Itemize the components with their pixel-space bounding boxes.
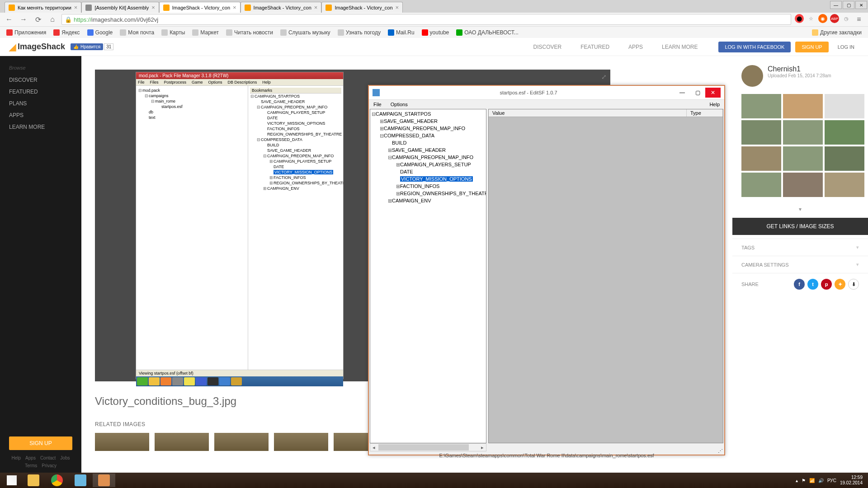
maximize-button[interactable]: ▢ [690,88,705,98]
grid-col-type[interactable]: Type [687,109,723,117]
bookmark-star-icon[interactable]: ☆ [807,14,816,23]
volume-icon[interactable]: 🔊 [818,478,824,483]
login-facebook-button[interactable]: LOG IN WITH FACEBOOK [718,42,791,52]
forward-button[interactable]: → [18,14,29,25]
grid-col-value[interactable]: Value [489,109,687,117]
thumb[interactable] [741,146,781,171]
editsf-titlebar[interactable]: startpos.esf - EditSF 1.0.7 — ▢ ✕ [369,86,724,100]
menu-file[interactable]: File [373,102,382,107]
thumb[interactable] [783,173,823,197]
footer-link[interactable]: Apps [25,455,36,460]
browser-tab[interactable]: Как менять территории× [5,2,81,13]
scroll-thumb[interactable] [378,444,469,450]
reload-button[interactable]: ⟳ [33,14,43,25]
footer-link[interactable]: Help [12,455,21,460]
related-thumb[interactable] [214,433,269,451]
bookmark-item[interactable]: Читать новости [223,28,276,37]
sidebar-item-featured[interactable]: FEATURED [0,86,81,98]
close-button[interactable]: ✕ [705,88,721,98]
tags-section[interactable]: TAGS▾ [732,239,868,256]
close-icon[interactable]: × [151,4,155,11]
related-thumb[interactable] [274,433,328,451]
menu-options[interactable]: Options [391,102,408,107]
browser-tab[interactable]: ImageShack - Victory_con× [159,2,241,13]
thumb[interactable] [783,120,823,145]
sidebar-item-discover[interactable]: DISCOVER [0,74,81,86]
close-icon[interactable]: × [314,4,318,11]
twitter-icon[interactable]: t [807,279,818,290]
menu-button[interactable]: ≡ [854,14,864,25]
pinterest-icon[interactable]: p [821,279,832,290]
thumb[interactable] [741,94,781,118]
thumb[interactable] [825,94,864,118]
thumb[interactable] [825,173,864,197]
nav-featured[interactable]: FEATURED [578,44,612,50]
login-button[interactable]: LOG IN [833,42,859,52]
thumb[interactable] [783,146,823,171]
uploader-name[interactable]: Chernish1 [768,65,831,73]
bookmark-item[interactable]: Яндекс [51,28,82,37]
footer-link[interactable]: Privacy [42,463,57,468]
taskbar-item[interactable] [22,474,45,487]
site-logo[interactable]: ◢ImageShack [9,42,65,52]
bookmark-item[interactable]: Узнать погоду [335,28,383,37]
close-button[interactable]: ✕ [855,1,867,9]
facebook-icon[interactable]: f [794,279,805,290]
sidebar-signup-button[interactable]: SIGN UP [9,436,72,450]
browser-tab[interactable]: ImageShack - Victory_con× [321,2,403,13]
avatar[interactable] [741,65,763,87]
nav-learn-more[interactable]: LEARN MORE [659,44,700,50]
close-icon[interactable]: × [74,4,78,11]
download-icon[interactable]: ⬇ [848,279,859,290]
clock[interactable]: 12:59 19.02.2014 [840,475,863,486]
bookmark-item[interactable]: Маркет [189,28,222,37]
extension-icon[interactable]: ◉ [818,14,827,23]
thumb-nav-down[interactable]: ▾ [732,204,868,214]
bookmark-item[interactable]: Карты [159,28,188,37]
tray-chevron-icon[interactable]: ▴ [796,478,798,483]
related-thumb[interactable] [95,433,149,451]
thumb[interactable] [783,94,823,118]
browser-tab[interactable]: [Assembly Kit] Assembly× [81,2,159,13]
bookmark-item[interactable]: Моя почта [117,28,157,37]
home-button[interactable]: ⌂ [47,14,58,25]
scroll-left-icon[interactable]: ◂ [370,445,377,450]
minimize-button[interactable]: — [675,88,690,98]
get-links-button[interactable]: GET LINKS / IMAGE SIZES [732,218,868,235]
thumb[interactable] [741,173,781,197]
maximize-button[interactable]: ▢ [843,1,854,9]
bookmark-item[interactable]: Слушать музыку [278,28,333,37]
thumb[interactable] [825,146,864,171]
network-icon[interactable]: 📶 [809,478,815,483]
extension-icon[interactable]: ⬤ [795,14,804,23]
share-icon[interactable]: ✦ [835,279,845,290]
sidebar-item-plans[interactable]: PLANS [0,98,81,109]
abp-icon[interactable]: ABP [830,14,839,23]
resize-grip-icon[interactable]: ⋰ [718,448,724,455]
taskbar-item[interactable] [93,474,115,487]
footer-link[interactable]: Jobs [60,455,70,460]
editsf-tree[interactable]: ⊟CAMPAIGN_STARTPOS⊞SAVE_GAME_HEADER⊞CAMP… [370,109,486,443]
other-bookmarks[interactable]: Другие закладки [809,28,864,37]
taskbar-item[interactable] [46,474,68,487]
nav-discover[interactable]: DISCOVER [531,44,565,50]
start-button[interactable] [2,474,22,487]
related-thumb[interactable] [155,433,209,451]
address-bar[interactable]: 🔒 https://imageshack.com/i/0vj62vj [61,14,791,25]
thumb[interactable] [741,120,781,145]
back-button[interactable]: ← [4,14,14,25]
flag-icon[interactable]: ⚑ [802,478,806,483]
bookmark-item[interactable]: youtube [419,28,452,37]
bookmark-item[interactable]: Google [85,28,116,37]
bookmark-item[interactable]: Приложения [4,28,49,37]
scroll-right-icon[interactable]: ▸ [479,445,486,450]
menu-help[interactable]: Help [709,102,720,107]
camera-settings-section[interactable]: CAMERA SETTINGS▾ [732,256,868,273]
nav-apps[interactable]: APPS [626,44,646,50]
sidebar-item-learn-more[interactable]: LEARN MORE [0,121,81,133]
close-icon[interactable]: × [233,4,236,11]
bookmark-item[interactable]: ОАО ДАЛЬНЕВОСТ... [453,28,521,37]
signup-button[interactable]: SIGN UP [795,42,828,52]
footer-link[interactable]: Terms [25,463,37,468]
close-icon[interactable]: × [396,4,399,11]
